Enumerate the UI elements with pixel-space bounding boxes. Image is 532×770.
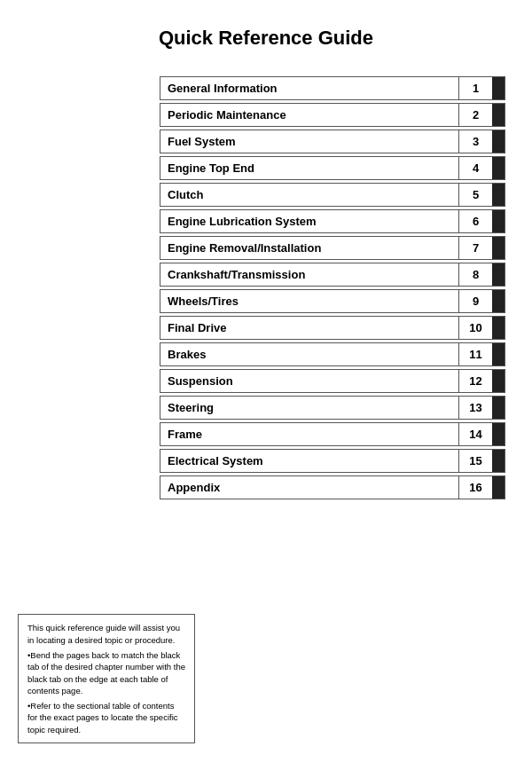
toc-tab [492, 263, 505, 286]
toc-number: 12 [458, 370, 492, 392]
toc-row[interactable]: Clutch5 [160, 183, 505, 207]
toc-label: Periodic Maintenance [160, 104, 458, 126]
toc-label: Engine Removal/Installation [160, 237, 458, 259]
toc-label: Final Drive [160, 317, 458, 339]
toc-row[interactable]: Appendix16 [160, 475, 505, 499]
toc-label: Appendix [160, 476, 458, 499]
toc-number: 9 [458, 290, 492, 312]
note-line2: •Bend the pages back to match the black … [27, 649, 185, 696]
toc-number: 2 [458, 104, 492, 126]
toc-number: 15 [458, 450, 492, 472]
toc-tab [492, 130, 505, 153]
toc-tab [492, 184, 505, 206]
toc-label: Steering [160, 397, 458, 419]
toc-row[interactable]: General Information1 [160, 76, 505, 100]
toc-row[interactable]: Engine Removal/Installation7 [160, 236, 505, 260]
toc-label: Brakes [160, 343, 458, 365]
toc-row[interactable]: Frame14 [160, 422, 505, 446]
toc-number: 10 [458, 317, 492, 339]
toc-tab [492, 317, 505, 339]
toc-row[interactable]: Fuel System3 [160, 130, 505, 153]
toc-number: 13 [458, 397, 492, 419]
toc-tab [492, 290, 505, 312]
toc-row[interactable]: Wheels/Tires9 [160, 289, 505, 313]
toc-label: Wheels/Tires [160, 290, 458, 312]
toc-tab [492, 423, 505, 445]
note-line1: This quick reference guide will assist y… [27, 622, 185, 646]
toc-label: General Information [160, 77, 458, 99]
toc-number: 1 [458, 77, 492, 99]
toc-row[interactable]: Brakes11 [160, 342, 505, 366]
page: Quick Reference Guide General Informatio… [0, 0, 532, 770]
toc-number: 4 [458, 157, 492, 179]
toc-label: Suspension [160, 370, 458, 392]
toc-number: 5 [458, 184, 492, 206]
toc-row[interactable]: Electrical System15 [160, 449, 505, 473]
toc-number: 14 [458, 423, 492, 445]
toc-number: 7 [458, 237, 492, 259]
toc-row[interactable]: Suspension12 [160, 369, 505, 393]
toc-number: 16 [458, 476, 492, 499]
toc-label: Engine Lubrication System [160, 210, 458, 232]
toc-row[interactable]: Final Drive10 [160, 316, 505, 340]
toc-tab [492, 210, 505, 232]
toc-tab [492, 77, 505, 99]
toc-label: Electrical System [160, 450, 458, 472]
toc-label: Clutch [160, 184, 458, 206]
note-box: This quick reference guide will assist y… [18, 614, 195, 743]
toc-tab [492, 397, 505, 419]
toc-tab [492, 370, 505, 392]
toc-number: 3 [458, 130, 492, 153]
toc-tab [492, 104, 505, 126]
note-line3: •Refer to the sectional table of content… [27, 700, 185, 735]
toc-label: Engine Top End [160, 157, 458, 179]
toc-row[interactable]: Engine Top End4 [160, 156, 505, 180]
toc-label: Frame [160, 423, 458, 445]
toc-tab [492, 450, 505, 472]
toc-row[interactable]: Engine Lubrication System6 [160, 209, 505, 233]
page-title: Quick Reference Guide [18, 27, 514, 50]
toc-tab [492, 343, 505, 365]
toc-row[interactable]: Crankshaft/Transmission8 [160, 263, 505, 287]
toc-tab [492, 476, 505, 499]
toc-number: 8 [458, 263, 492, 286]
toc-tab [492, 157, 505, 179]
toc-tab [492, 237, 505, 259]
toc-row[interactable]: Steering13 [160, 396, 505, 420]
toc-label: Crankshaft/Transmission [160, 263, 458, 286]
toc-number: 11 [458, 343, 492, 365]
toc-label: Fuel System [160, 130, 458, 153]
toc-container: General Information1Periodic Maintenance… [160, 76, 505, 499]
toc-number: 6 [458, 210, 492, 232]
toc-row[interactable]: Periodic Maintenance2 [160, 103, 505, 127]
